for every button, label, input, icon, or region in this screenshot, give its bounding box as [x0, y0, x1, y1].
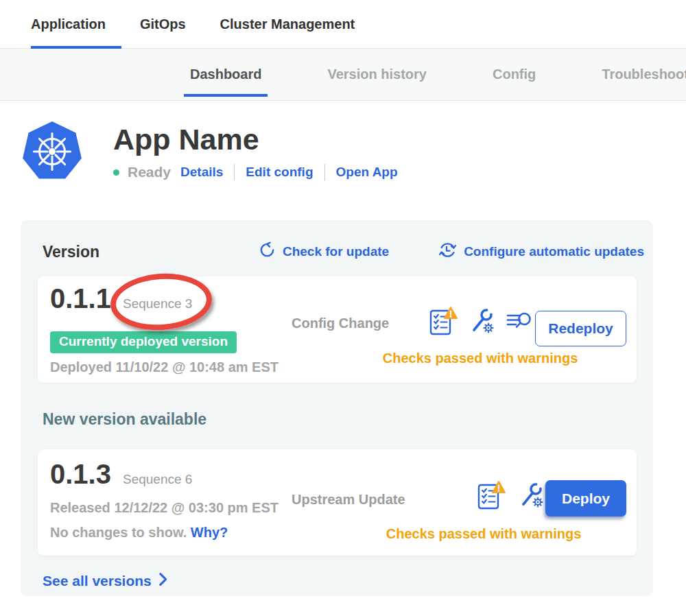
top-nav: Application GitOps Cluster Management [0, 0, 686, 49]
details-link[interactable]: Details [180, 165, 223, 180]
available-sequence-label: Sequence 6 [123, 472, 192, 487]
refresh-icon [259, 241, 276, 262]
open-app-link[interactable]: Open App [336, 165, 398, 180]
current-source-label: Config Change [292, 316, 389, 331]
diff-view-icon[interactable] [506, 310, 533, 332]
top-nav-item-application[interactable]: Application [31, 0, 106, 48]
checks-status-text: Checks passed with warnings [333, 351, 628, 366]
preflight-checks-icon[interactable] [477, 479, 506, 511]
tab-version-history[interactable]: Version history [327, 49, 427, 100]
current-version-card: 0.1.1 Sequence 3 Currently deployed vers… [38, 276, 637, 383]
divider [324, 164, 325, 180]
new-version-heading: New version available [43, 410, 653, 429]
tab-dashboard[interactable]: Dashboard [190, 49, 261, 100]
divider [234, 164, 235, 180]
version-panel-title: Version [43, 243, 99, 261]
see-all-versions-link[interactable]: See all versions [43, 572, 168, 590]
wrench-gear-icon[interactable] [469, 308, 495, 334]
available-source-label: Upstream Update [292, 492, 405, 508]
check-for-update-link[interactable]: Check for update [259, 241, 389, 262]
sub-nav: Dashboard Version history Config Trouble… [0, 49, 686, 101]
top-nav-item-gitops[interactable]: GitOps [140, 0, 186, 48]
available-version-card: 0.1.3 Sequence 6 Released 12/12/22 @ 03:… [38, 449, 637, 556]
current-version-number: 0.1.1 [50, 283, 111, 314]
status-dot [113, 169, 119, 176]
currently-deployed-badge: Currently deployed version [50, 331, 237, 353]
tab-troubleshoot[interactable]: Troubleshoot [602, 49, 686, 100]
released-timestamp: Released 12/12/22 @ 03:30 pm EST [50, 500, 279, 516]
auto-update-icon [438, 241, 457, 263]
configure-automatic-updates-label: Configure automatic updates [464, 244, 644, 259]
see-all-versions-label: See all versions [43, 573, 152, 589]
tab-config[interactable]: Config [493, 49, 536, 100]
redeploy-button[interactable]: Redeploy [535, 311, 626, 346]
edit-config-link[interactable]: Edit config [246, 165, 313, 180]
app-header: App Name Ready Details Edit config Open … [21, 119, 686, 187]
checks-status-text: Checks passed with warnings [346, 526, 621, 542]
wrench-gear-icon[interactable] [518, 482, 544, 508]
current-sequence-label: Sequence 3 [123, 296, 192, 311]
no-changes-label: No changes to show. [50, 525, 187, 540]
page-title: App Name [113, 123, 398, 156]
check-for-update-label: Check for update [283, 244, 389, 259]
version-panel: Version Check for update [21, 220, 653, 596]
status-text: Ready [128, 164, 171, 180]
chevron-right-icon [158, 572, 168, 590]
no-changes-text: No changes to show. Why? [50, 525, 228, 541]
available-version-number: 0.1.3 [50, 459, 111, 490]
configure-automatic-updates-link[interactable]: Configure automatic updates [438, 241, 644, 263]
deploy-button[interactable]: Deploy [545, 480, 626, 517]
deployed-timestamp: Deployed 11/10/22 @ 10:48 am EST [50, 359, 279, 375]
preflight-checks-icon[interactable] [429, 305, 458, 337]
why-link[interactable]: Why? [191, 525, 228, 540]
kubernetes-logo-icon [21, 119, 84, 187]
top-nav-item-cluster-management[interactable]: Cluster Management [220, 0, 355, 48]
